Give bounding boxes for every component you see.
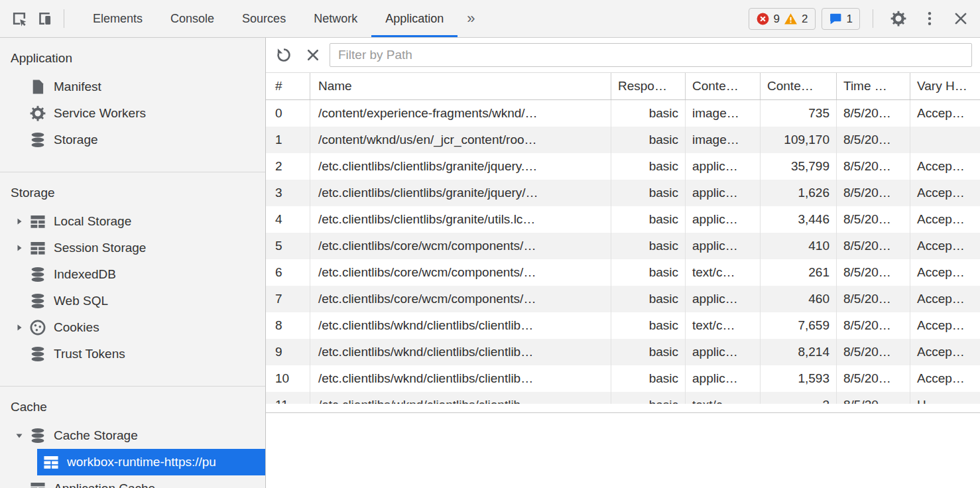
delete-selected-icon[interactable] xyxy=(300,42,326,68)
column-header-name[interactable]: Name xyxy=(310,73,611,99)
more-tabs-button[interactable]: » xyxy=(458,0,484,37)
cell-time_cached: 8/5/20… xyxy=(837,286,910,312)
sidebar-item-label: Cookies xyxy=(54,320,99,335)
message-count: 1 xyxy=(847,12,853,26)
cell-index: 6 xyxy=(266,259,310,286)
sidebar-item-session-storage[interactable]: Session Storage xyxy=(0,235,265,261)
cell-content_type: applic… xyxy=(686,153,761,180)
cell-response_type: basic xyxy=(611,100,686,127)
close-devtools-icon[interactable] xyxy=(948,6,973,31)
database-icon xyxy=(29,266,46,283)
cache-preview-pane xyxy=(266,412,980,488)
cell-vary_header: H… xyxy=(910,392,980,404)
cell-time_cached: 8/5/20… xyxy=(837,365,910,392)
column-header-content_type[interactable]: Conte… xyxy=(686,73,761,99)
sidebar-item-workbox-runtime-https-pu[interactable]: workbox-runtime-https://pu xyxy=(0,449,265,475)
sidebar-item-service-workers[interactable]: Service Workers xyxy=(0,100,265,127)
issues-badge[interactable]: 1 xyxy=(822,8,860,30)
expander-expanded-icon[interactable] xyxy=(9,428,29,444)
sidebar-item-label: Manifest xyxy=(54,80,101,94)
column-header-content_length[interactable]: Conte… xyxy=(761,73,837,99)
sidebar-item-indexeddb[interactable]: IndexedDB xyxy=(0,261,265,288)
cell-name: /etc.clientlibs/wknd/clientlibs/clientli… xyxy=(310,392,611,404)
sidebar-item-cache-storage[interactable]: Cache Storage xyxy=(0,422,265,449)
cell-name: /etc.clientlibs/clientlibs/granite/utils… xyxy=(310,206,611,233)
cell-vary_header: Accep… xyxy=(910,100,980,127)
column-header-response_type[interactable]: Respo… xyxy=(611,73,686,99)
filter-by-path-input[interactable] xyxy=(330,43,972,67)
refresh-icon[interactable] xyxy=(271,42,296,68)
sidebar-item-manifest[interactable]: Manifest xyxy=(0,74,265,100)
cell-vary_header xyxy=(910,127,980,153)
column-header-time_cached[interactable]: Time … xyxy=(837,73,910,99)
expander-spacer xyxy=(9,105,29,121)
warning-icon xyxy=(784,12,798,26)
cell-time_cached: 8/5/20… xyxy=(837,233,910,259)
settings-gear-icon[interactable] xyxy=(886,6,911,31)
sidebar-section-storage: StorageLocal StorageSession StorageIndex… xyxy=(0,172,265,386)
expander-spacer xyxy=(9,481,29,488)
cell-content_type: applic… xyxy=(686,180,761,206)
cell-content_type: applic… xyxy=(686,339,761,365)
table-row[interactable]: 2/etc.clientlibs/clientlibs/granite/jque… xyxy=(266,153,980,180)
expander-collapsed-icon[interactable] xyxy=(9,320,29,336)
cell-time_cached: 8/5/20… xyxy=(837,392,910,404)
table-row[interactable]: 5/etc.clientlibs/core/wcm/components/…ba… xyxy=(266,233,980,259)
tab-sources[interactable]: Sources xyxy=(228,0,300,37)
cell-name: /etc.clientlibs/wknd/clientlibs/clientli… xyxy=(310,339,611,365)
cell-content_length: 1,626 xyxy=(761,180,837,206)
cell-content_length: 735 xyxy=(761,100,837,127)
warning-count: 2 xyxy=(802,12,808,26)
cell-vary_header: Accep… xyxy=(910,259,980,286)
console-errors-warnings-badge[interactable]: 9 2 xyxy=(749,8,816,30)
database-icon xyxy=(29,131,46,149)
sidebar-item-label: workbox-runtime-https://pu xyxy=(67,455,216,469)
expander-spacer xyxy=(9,79,29,95)
tab-console[interactable]: Console xyxy=(156,0,228,37)
expander-collapsed-icon[interactable] xyxy=(9,240,29,256)
table-row[interactable]: 0/content/experience-fragments/wknd/…bas… xyxy=(266,100,980,127)
cell-response_type: basic xyxy=(611,312,686,339)
cell-content_type: applic… xyxy=(686,206,761,233)
cell-content_type: text/c… xyxy=(686,259,761,286)
cell-content_length: 3 xyxy=(761,392,837,404)
tab-application[interactable]: Application xyxy=(371,0,458,37)
table-row[interactable]: 1/content/wknd/us/en/_jcr_content/roo…ba… xyxy=(266,127,980,153)
gear-icon xyxy=(29,105,46,122)
table-row[interactable]: 9/etc.clientlibs/wknd/clientlibs/clientl… xyxy=(266,339,980,365)
sidebar-item-label: IndexedDB xyxy=(54,267,116,282)
table-row[interactable]: 8/etc.clientlibs/wknd/clientlibs/clientl… xyxy=(266,312,980,339)
table-row[interactable]: 6/etc.clientlibs/core/wcm/components/…ba… xyxy=(266,259,980,286)
expander-collapsed-icon[interactable] xyxy=(9,213,29,229)
table-row[interactable]: 3/etc.clientlibs/clientlibs/granite/jque… xyxy=(266,180,980,206)
cell-vary_header: Accep… xyxy=(910,312,980,339)
sidebar-item-local-storage[interactable]: Local Storage xyxy=(0,208,265,235)
devtools-window: ElementsConsoleSourcesNetworkApplication… xyxy=(0,0,980,488)
cell-time_cached: 8/5/20… xyxy=(837,100,910,127)
sidebar-item-storage[interactable]: Storage xyxy=(0,127,265,153)
cell-name: /etc.clientlibs/core/wcm/components/… xyxy=(310,233,611,259)
more-options-icon[interactable] xyxy=(917,6,942,31)
tab-network[interactable]: Network xyxy=(300,0,371,37)
table-row[interactable]: 7/etc.clientlibs/core/wcm/components/…ba… xyxy=(266,286,980,312)
cell-content_type: text/c… xyxy=(686,312,761,339)
column-header-vary_header[interactable]: Vary H… xyxy=(910,73,980,99)
sidebar-item-application-cache[interactable]: Application Cache xyxy=(0,475,265,488)
tab-elements[interactable]: Elements xyxy=(79,0,156,37)
cell-name: /etc.clientlibs/core/wcm/components/… xyxy=(310,286,611,312)
table-row[interactable]: 11/etc.clientlibs/wknd/clientlibs/client… xyxy=(266,392,980,404)
cell-index: 10 xyxy=(266,365,310,392)
table-row[interactable]: 4/etc.clientlibs/clientlibs/granite/util… xyxy=(266,206,980,233)
horizontal-scrollbar[interactable] xyxy=(266,404,980,412)
inspect-element-icon[interactable] xyxy=(7,6,32,31)
column-header-index[interactable]: # xyxy=(266,73,310,99)
cache-entries-table: #NameRespo…Conte…Conte…Time …Vary H…0/co… xyxy=(266,72,980,404)
sidebar-item-web-sql[interactable]: Web SQL xyxy=(0,288,265,314)
sidebar-item-trust-tokens[interactable]: Trust Tokens xyxy=(0,341,265,367)
expander-spacer xyxy=(9,293,29,309)
sidebar-item-cookies[interactable]: Cookies xyxy=(0,314,265,341)
cell-index: 5 xyxy=(266,233,310,259)
device-toolbar-icon[interactable] xyxy=(32,6,57,31)
table-row[interactable]: 10/etc.clientlibs/wknd/clientlibs/client… xyxy=(266,365,980,392)
sidebar-item-label: Cache Storage xyxy=(54,428,138,443)
